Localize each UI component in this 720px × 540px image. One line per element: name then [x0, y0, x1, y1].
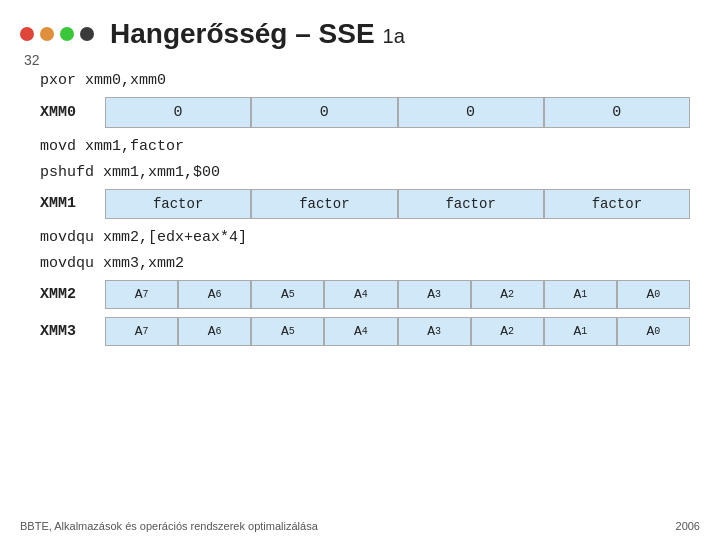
- dot-green: [60, 27, 74, 41]
- xmm2-cell-3: A4: [324, 280, 397, 309]
- xmm2-cells: A7 A6 A5 A4 A3 A2 A1 A0: [105, 280, 690, 309]
- xmm1-cell-2: factor: [398, 189, 544, 219]
- xmm2-cell-7: A0: [617, 280, 690, 309]
- xmm0-cell-3: 0: [544, 97, 690, 128]
- xmm2-cell-6: A1: [544, 280, 617, 309]
- xmm3-label: XMM3: [40, 317, 105, 346]
- xmm2-cell-5: A2: [471, 280, 544, 309]
- xmm1-row: XMM1 factor factor factor factor: [40, 189, 690, 219]
- xmm3-cell-3: A4: [324, 317, 397, 346]
- footer: BBTE, Alkalmazások és operációs rendszer…: [0, 520, 720, 532]
- dot-red: [20, 27, 34, 41]
- xmm3-cell-0: A7: [105, 317, 178, 346]
- xmm2-cell-2: A5: [251, 280, 324, 309]
- xmm3-cell-2: A5: [251, 317, 324, 346]
- xmm2-cell-1: A6: [178, 280, 251, 309]
- code-line-pshufd: pshufd xmm1,xmm1,$00: [40, 162, 690, 185]
- xmm1-cell-3: factor: [544, 189, 690, 219]
- slide-number: 32: [24, 52, 40, 68]
- xmm3-cell-7: A0: [617, 317, 690, 346]
- xmm1-cell-1: factor: [251, 189, 397, 219]
- xmm2-cell-0: A7: [105, 280, 178, 309]
- dot-dark: [80, 27, 94, 41]
- xmm2-label: XMM2: [40, 280, 105, 309]
- title-bar: Hangerősség – SSE 1a: [0, 0, 720, 60]
- xmm1-label: XMM1: [40, 189, 105, 219]
- xmm0-cell-2: 0: [398, 97, 544, 128]
- page-title: Hangerősség – SSE: [110, 18, 375, 50]
- xmm3-cells: A7 A6 A5 A4 A3 A2 A1 A0: [105, 317, 690, 346]
- xmm1-cell-0: factor: [105, 189, 251, 219]
- content-area: pxor xmm0,xmm0 XMM0 0 0 0 0 movd xmm1,fa…: [0, 60, 720, 364]
- xmm3-cell-6: A1: [544, 317, 617, 346]
- dot-orange: [40, 27, 54, 41]
- xmm3-cell-1: A6: [178, 317, 251, 346]
- title-subtitle: 1a: [383, 25, 405, 48]
- footer-right: 2006: [676, 520, 700, 532]
- footer-left: BBTE, Alkalmazások és operációs rendszer…: [20, 520, 318, 532]
- traffic-lights: [20, 27, 94, 41]
- xmm0-cell-1: 0: [251, 97, 397, 128]
- code-line-movd: movd xmm1,factor: [40, 136, 690, 159]
- code-line-movdqu1: movdqu xmm2,[edx+eax*4]: [40, 227, 690, 250]
- code-line-pxor: pxor xmm0,xmm0: [40, 70, 690, 93]
- xmm0-cell-0: 0: [105, 97, 251, 128]
- xmm3-cell-4: A3: [398, 317, 471, 346]
- xmm0-row: XMM0 0 0 0 0: [40, 97, 690, 128]
- xmm2-cell-4: A3: [398, 280, 471, 309]
- xmm2-row: XMM2 A7 A6 A5 A4 A3 A2 A1 A0: [40, 280, 690, 309]
- xmm0-label: XMM0: [40, 97, 105, 128]
- xmm3-row: XMM3 A7 A6 A5 A4 A3 A2 A1 A0: [40, 317, 690, 346]
- xmm3-cell-5: A2: [471, 317, 544, 346]
- xmm1-cells: factor factor factor factor: [105, 189, 690, 219]
- xmm0-cells: 0 0 0 0: [105, 97, 690, 128]
- code-line-movdqu2: movdqu xmm3,xmm2: [40, 253, 690, 276]
